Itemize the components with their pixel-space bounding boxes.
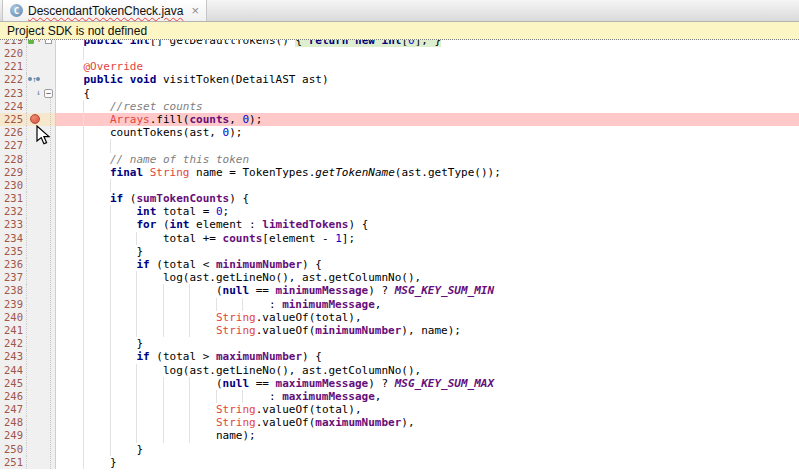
gutter-icon-area[interactable] — [27, 456, 44, 469]
tab-close-icon[interactable]: × — [191, 5, 199, 17]
gutter[interactable]: 246 — [0, 390, 56, 403]
gutter[interactable]: 243 — [0, 350, 56, 363]
gutter[interactable]: 232 — [0, 205, 56, 218]
gutter-icon-area[interactable] — [27, 179, 44, 192]
gutter-icon-area[interactable] — [27, 364, 44, 377]
line-number[interactable]: 245 — [0, 377, 27, 390]
gutter-icon-area[interactable] — [27, 87, 44, 100]
code-line[interactable]: 249name); — [0, 429, 799, 442]
code-text[interactable]: String.valueOf(maximumNumber), — [56, 416, 799, 429]
code-line[interactable]: 231if (sumTokenCounts) { — [0, 192, 799, 205]
code-line[interactable]: 247String.valueOf(total), — [0, 403, 799, 416]
fold-gutter[interactable] — [44, 232, 53, 245]
gutter-icon-area[interactable] — [27, 232, 44, 245]
code-line[interactable]: 251} — [0, 456, 799, 469]
gutter-icon-area[interactable] — [27, 245, 44, 258]
line-number[interactable]: 243 — [0, 350, 27, 363]
fold-gutter[interactable] — [44, 192, 53, 205]
gutter-icon-area[interactable] — [27, 47, 44, 60]
code-text[interactable]: final String name = TokenTypes.getTokenN… — [56, 166, 799, 179]
gutter[interactable]: 244 — [0, 364, 56, 377]
gutter[interactable]: 222↑↓ — [0, 73, 56, 86]
breakpoint-icon[interactable] — [30, 114, 40, 124]
code-line[interactable]: 243if (total > maximumNumber) { — [0, 350, 799, 363]
gutter[interactable]: 250 — [0, 443, 56, 456]
line-number[interactable]: 230 — [0, 179, 27, 192]
code-text[interactable]: (null == maximumMessage) ? MSG_KEY_SUM_M… — [56, 377, 799, 390]
code-text[interactable]: (null == minimumMessage) ? MSG_KEY_SUM_M… — [56, 284, 799, 297]
gutter[interactable]: 237 — [0, 271, 56, 284]
line-number[interactable]: 228 — [0, 153, 27, 166]
fold-gutter[interactable] — [44, 390, 53, 403]
code-text[interactable]: String.valueOf(minimumNumber), name); — [56, 324, 799, 337]
gutter-icon-area[interactable] — [27, 298, 44, 311]
line-number[interactable]: 226 — [0, 126, 27, 139]
fold-gutter[interactable] — [44, 403, 53, 416]
gutter-icon-area[interactable] — [27, 258, 44, 271]
gutter[interactable]: 238 — [0, 284, 56, 297]
code-line[interactable]: 227 — [0, 139, 799, 152]
code-line[interactable]: 228// name of this token — [0, 153, 799, 166]
gutter-icon-area[interactable] — [27, 443, 44, 456]
line-number[interactable]: 240 — [0, 311, 27, 324]
code-text[interactable]: String.valueOf(total), — [56, 311, 799, 324]
code-line[interactable]: 226countTokens(ast, 0); — [0, 126, 799, 139]
fold-gutter[interactable] — [44, 205, 53, 218]
line-number[interactable]: 236 — [0, 258, 27, 271]
code-line[interactable]: 220 — [0, 47, 799, 60]
gutter-icon-area[interactable] — [27, 377, 44, 390]
code-line[interactable]: 239: minimumMessage, — [0, 298, 799, 311]
line-number[interactable]: 246 — [0, 390, 27, 403]
code-line[interactable]: 232int total = 0; — [0, 205, 799, 218]
code-line[interactable]: 221@Override — [0, 60, 799, 73]
code-line[interactable]: 222↑↓public void visitToken(DetailAST as… — [0, 73, 799, 86]
gutter-icon-area[interactable] — [27, 205, 44, 218]
gutter-icon-area[interactable] — [27, 166, 44, 179]
code-text[interactable]: log(ast.getLineNo(), ast.getColumnNo(), — [56, 271, 799, 284]
line-number[interactable]: 232 — [0, 205, 27, 218]
code-line[interactable]: 244log(ast.getLineNo(), ast.getColumnNo(… — [0, 364, 799, 377]
code-line[interactable]: 224//reset counts — [0, 100, 799, 113]
code-line[interactable]: 233for (int element : limitedTokens) { — [0, 218, 799, 231]
code-text[interactable]: log(ast.getLineNo(), ast.getColumnNo(), — [56, 364, 799, 377]
gutter-icon-area[interactable]: ↑↓ — [27, 73, 44, 86]
gutter-icon-area[interactable] — [27, 218, 44, 231]
code-text[interactable]: : maximumMessage, — [56, 390, 799, 403]
gutter-icon-area[interactable] — [27, 416, 44, 429]
fold-gutter[interactable] — [44, 443, 53, 456]
code-line[interactable]: 234total += counts[element - 1]; — [0, 232, 799, 245]
line-number[interactable]: 219 — [0, 40, 27, 47]
gutter[interactable]: 223− — [0, 87, 56, 100]
code-line[interactable]: 238(null == minimumMessage) ? MSG_KEY_SU… — [0, 284, 799, 297]
code-line[interactable]: 235} — [0, 245, 799, 258]
fold-gutter[interactable] — [44, 179, 53, 192]
code-text[interactable]: { — [56, 87, 799, 100]
line-number[interactable]: 238 — [0, 284, 27, 297]
code-text[interactable]: String.valueOf(total), — [56, 403, 799, 416]
plus-icon[interactable]: + — [36, 40, 42, 46]
line-number[interactable]: 229 — [0, 166, 27, 179]
gutter[interactable]: 233 — [0, 218, 56, 231]
gutter-icon-area[interactable] — [27, 324, 44, 337]
gutter-icon-area[interactable] — [27, 337, 44, 350]
code-text[interactable]: } — [56, 245, 799, 258]
fold-gutter[interactable] — [44, 416, 53, 429]
gutter-icon-area[interactable] — [27, 429, 44, 442]
code-line[interactable]: 219+public int[] getDefaultTokens() { re… — [0, 40, 799, 47]
line-number[interactable]: 222 — [0, 73, 27, 86]
gutter[interactable]: 247 — [0, 403, 56, 416]
fold-gutter[interactable] — [44, 311, 53, 324]
line-number[interactable]: 221 — [0, 60, 27, 73]
gutter[interactable]: 251 — [0, 456, 56, 469]
fold-gutter[interactable] — [44, 377, 53, 390]
code-line[interactable]: 229final String name = TokenTypes.getTok… — [0, 166, 799, 179]
gutter-icon-area[interactable] — [27, 403, 44, 416]
code-text[interactable]: public void visitToken(DetailAST ast) — [56, 73, 799, 86]
code-line[interactable]: 242} — [0, 337, 799, 350]
code-text[interactable]: } — [56, 443, 799, 456]
gutter[interactable]: 248 — [0, 416, 56, 429]
fold-gutter[interactable] — [44, 298, 53, 311]
code-line[interactable]: 225Arrays.fill(counts, 0); — [0, 113, 799, 126]
line-number[interactable]: 234 — [0, 232, 27, 245]
fold-gutter[interactable] — [44, 47, 53, 60]
